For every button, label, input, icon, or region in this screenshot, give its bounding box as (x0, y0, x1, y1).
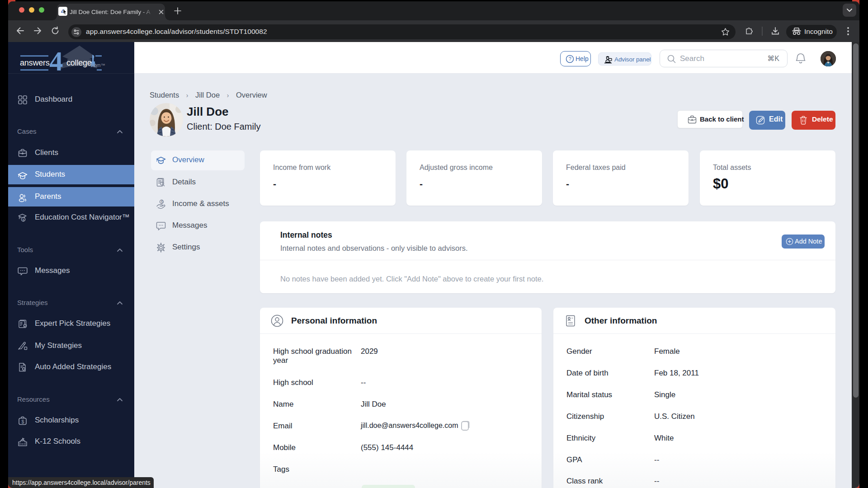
svg-text:college: college (66, 58, 92, 67)
svg-text:4: 4 (49, 46, 63, 74)
svg-text:$: $ (23, 218, 25, 222)
svg-text:$: $ (21, 419, 24, 424)
svg-text:?: ? (569, 56, 571, 61)
svg-text:$: $ (161, 200, 163, 204)
svg-text:.com™: .com™ (91, 63, 105, 68)
svg-text:answers: answers (20, 58, 50, 67)
